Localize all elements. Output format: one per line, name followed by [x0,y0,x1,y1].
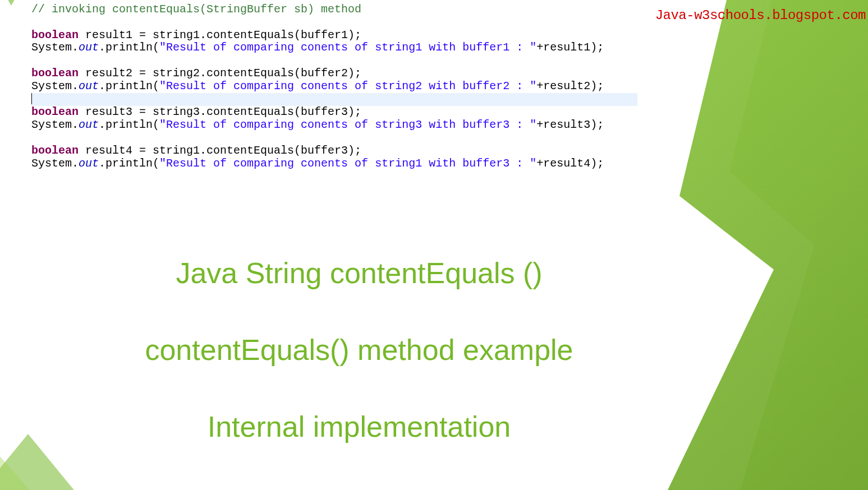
string-literal: "Result of comparing conents of string1 … [159,41,536,54]
decor-triangle-bottom-left-2 [0,456,39,490]
code-snippet: // invoking contentEquals(StringBuffer s… [31,3,637,170]
code-text: result4 = string1.contentEquals(buffer3)… [79,144,361,157]
code-text: System. [31,157,79,170]
code-text: System. [31,118,79,131]
code-text: +result1); [536,41,604,54]
string-literal: "Result of comparing conents of string3 … [159,118,536,131]
code-text: +result4); [536,157,604,170]
code-text: .println( [99,41,159,54]
field-out: out [79,80,99,93]
code-text: +result2); [536,80,604,93]
keyword-boolean: boolean [31,29,79,41]
editor-cursor-line [31,93,637,107]
field-out: out [79,118,99,131]
watermark-text: Java-w3schools.blogspot.com [655,8,866,23]
string-literal: "Result of comparing conents of string1 … [159,157,536,170]
string-literal: "Result of comparing conents of string2 … [159,80,536,93]
slide-titles: Java String contentEquals () contentEqua… [0,255,718,445]
text-cursor-icon [31,93,32,104]
code-text: result3 = string3.contentEquals(buffer3)… [79,105,361,118]
code-text: .println( [99,118,159,131]
code-text: result1 = string1.contentEquals(buffer1)… [79,29,361,41]
keyword-boolean: boolean [31,144,79,157]
code-comment: // invoking contentEquals(StringBuffer s… [31,3,361,16]
keyword-boolean: boolean [31,105,79,118]
code-text: .println( [99,157,159,170]
code-text: System. [31,41,79,54]
decor-triangle-top-left [0,0,34,6]
code-text: result2 = string2.contentEquals(buffer2)… [79,67,361,80]
title-line-3: Internal implementation [0,409,718,445]
title-line-1: Java String contentEquals () [0,255,718,292]
code-text: System. [31,80,79,93]
keyword-boolean: boolean [31,67,79,80]
code-text: +result3); [536,118,604,131]
field-out: out [79,157,99,170]
field-out: out [79,41,99,54]
title-line-2: contentEquals() method example [0,332,718,368]
code-text: .println( [99,80,159,93]
